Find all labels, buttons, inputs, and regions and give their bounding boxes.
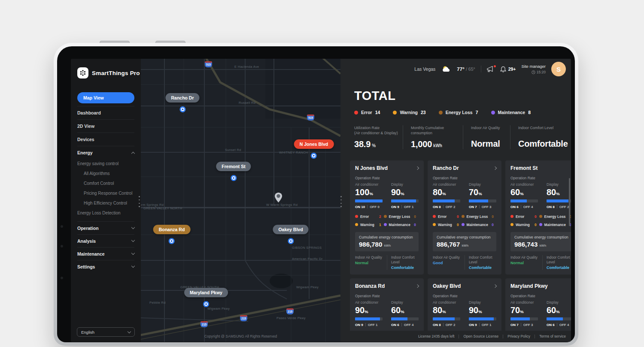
legend-item: Energy Loss 7: [439, 110, 478, 115]
interstate-shield-icon: 215: [240, 315, 247, 321]
display-progress-bar: [469, 199, 496, 202]
street-label: GIBSON SPRINGS: [292, 246, 322, 250]
site-name: Oakey Blvd: [433, 283, 461, 289]
chevron-right-icon[interactable]: [493, 166, 497, 169]
tablet-frame: SmartThings Pro Map View Dashboard 2D Vi…: [54, 43, 578, 346]
street-label: W Warm Springs Rd: [266, 203, 298, 207]
operation-rate-label: Operation Rate: [510, 294, 571, 298]
site-pin-label[interactable]: Rancho Dr: [165, 93, 199, 103]
chevron-right-icon[interactable]: [416, 166, 419, 169]
site-pin-label[interactable]: N Jones Blvd: [294, 139, 334, 149]
site-pin-dot-icon[interactable]: [203, 301, 209, 307]
display-percent: 90%: [469, 305, 496, 315]
ac-progress-bar: [510, 317, 538, 320]
city-label: Las Vegas: [414, 66, 435, 72]
interstate-shield-icon: 215: [200, 321, 208, 327]
site-map-pin[interactable]: Maryland Pkwy: [184, 288, 228, 307]
error-status: Error0: [510, 214, 539, 219]
footer-link-privacy[interactable]: Privacy Policy: [507, 334, 530, 338]
site-map-pin[interactable]: Rancho Dr: [165, 93, 199, 112]
footer-link-terms[interactable]: Terms of service: [539, 334, 566, 338]
site-pin-dot-icon[interactable]: [169, 238, 175, 244]
sidebar-item[interactable]: Devices: [77, 133, 134, 146]
operation-rate-label: Operation Rate: [355, 176, 419, 180]
language-select[interactable]: English: [77, 327, 135, 337]
map-canvas[interactable]: E Hacienda Ave Russell Rd Sunset Rd WHIT…: [141, 59, 340, 342]
sidebar-subitem[interactable]: Pricing Response Control: [71, 188, 141, 198]
site-card: Fremont St Operation Rate Air conditione…: [505, 160, 571, 275]
sidebar-section[interactable]: Settings: [77, 260, 134, 273]
sidebar-section[interactable]: Operation: [77, 221, 134, 234]
sidebar-subitem[interactable]: High Efficiency Control: [71, 198, 141, 208]
indoor-comfort-level: Indoor Comfort Level Comfortable: [542, 255, 571, 270]
smartthings-logo-icon: [77, 67, 88, 78]
display-operation: Display 70% ON 7 OFF 3: [469, 182, 496, 209]
site-name: Maryland Pkwy: [510, 283, 548, 289]
site-name: N Jones Blvd: [355, 165, 388, 171]
site-pin-label[interactable]: Maryland Pkwy: [184, 288, 228, 297]
display-progress-bar: [391, 199, 419, 202]
status-dot-icon: [354, 111, 358, 115]
sidebar-subitem[interactable]: Energy saving control: [71, 159, 141, 169]
sidebar-item[interactable]: 2D View: [77, 119, 134, 133]
street-label: Sunset Rd: [225, 148, 241, 152]
chevron-right-icon[interactable]: [416, 284, 419, 288]
indoor-comfort-level: Indoor Comfort Level Comfortable: [465, 255, 496, 270]
sidebar-subitem[interactable]: Energy Loss Detection: [71, 208, 141, 218]
site-name: Fremont St: [510, 165, 538, 171]
display-on-off: ON 8 OFF 2: [547, 205, 571, 209]
site-pin-dot-icon[interactable]: [288, 238, 294, 244]
bezel-dot-2: [61, 245, 63, 247]
bezel-dot-1: [61, 225, 63, 228]
header-divider: [481, 66, 481, 72]
footer-link-open-source[interactable]: Open Source License: [463, 334, 498, 338]
metric-value: Comfortable: [518, 139, 569, 149]
footer-link-license[interactable]: License 2435 days left: [418, 334, 455, 338]
indoor-air-quality: Indoor Air Quality Normal: [510, 255, 542, 270]
sidebar-section-energy[interactable]: Energy: [77, 146, 134, 159]
panel-drag-handle[interactable]: [340, 196, 342, 207]
announcements-button[interactable]: [487, 66, 495, 72]
site-map-pin[interactable]: N Jones Blvd: [294, 139, 334, 159]
panel-scrollbar[interactable]: [569, 178, 570, 226]
site-map-pin[interactable]: Bonanza Rd: [153, 225, 191, 244]
site-pin-label[interactable]: Oakey Blvd: [273, 225, 308, 234]
ac-operation: Air conditioner 90% ON 9 OFF 1: [355, 300, 383, 327]
energy-loss-status: Energy Loss0: [384, 214, 419, 219]
operation-rate-label: Operation Rate: [433, 176, 496, 180]
maintenance-dot-icon: [539, 223, 542, 226]
map-place-pin-icon[interactable]: [275, 193, 282, 202]
comfort-level-value: Comfortable: [391, 266, 416, 270]
sidebar-section[interactable]: Analysis: [77, 234, 134, 247]
sidebar: SmartThings Pro Map View Dashboard 2D Vi…: [71, 59, 141, 342]
sidebar-drag-handle[interactable]: [139, 196, 140, 207]
street-label: Wigwam Pkwy: [296, 285, 319, 289]
site-map-pin[interactable]: Oakey Blvd: [273, 225, 308, 244]
cumulative-consumption-box: Cumulative energy consumption 986,780 kW…: [355, 232, 419, 251]
maintenance-dot-icon: [384, 223, 387, 226]
sidebar-section[interactable]: Maintenance: [77, 247, 134, 260]
sidebar-item-map-view[interactable]: Map View: [77, 92, 134, 103]
sidebar-item[interactable]: Dashboard: [77, 106, 134, 119]
site-pin-dot-icon[interactable]: [231, 175, 237, 181]
status-dot-icon: [491, 111, 495, 115]
air-quality-value: Normal: [510, 261, 540, 265]
display-on-off: ON 7 OFF 3: [469, 205, 496, 209]
site-pin-dot-icon[interactable]: [311, 153, 317, 159]
sidebar-subitem[interactable]: Comfort Control: [71, 178, 141, 188]
site-pin-dot-icon[interactable]: [179, 106, 185, 112]
site-map-pin[interactable]: Fremont St: [216, 162, 251, 181]
avatar[interactable]: S: [551, 62, 566, 76]
site-pin-label[interactable]: Bonanza Rd: [153, 225, 191, 234]
sidebar-subitem[interactable]: All Algorithms: [71, 169, 141, 178]
status-dot-icon: [393, 111, 397, 115]
chevron-down-icon: [131, 251, 135, 255]
energy-loss-dot-icon: [539, 215, 542, 218]
metric: Monthly Cumulativeconsumption 1,000kWh: [403, 125, 463, 149]
chevron-right-icon[interactable]: [493, 284, 497, 288]
alerts-button[interactable]: 29+: [500, 66, 516, 72]
ac-percent: 70%: [510, 305, 538, 315]
alert-count-badge: 29+: [508, 66, 516, 72]
site-pin-label[interactable]: Fremont St: [216, 162, 251, 171]
ac-progress-bar: [355, 199, 383, 202]
